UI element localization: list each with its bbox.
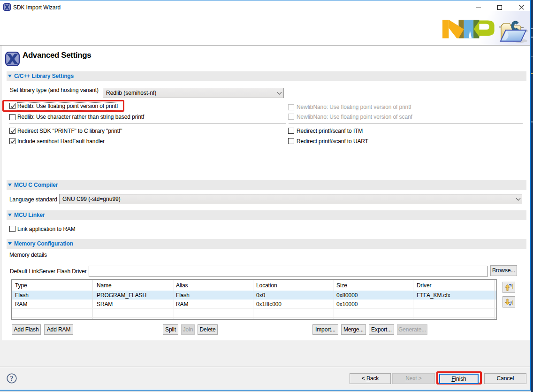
svg-text:?: ? xyxy=(10,375,14,382)
